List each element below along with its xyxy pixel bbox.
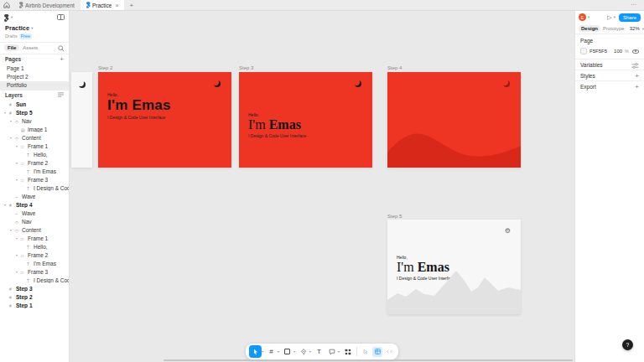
layer-row[interactable]: T Hello,: [0, 151, 69, 159]
subtitle-text: I Design & Code User Interface: [248, 133, 306, 138]
visibility-eye-icon[interactable]: [632, 49, 639, 54]
page-opacity-value[interactable]: 100: [614, 49, 622, 54]
subframe-icon: □: [21, 178, 28, 183]
home-icon[interactable]: [0, 0, 13, 10]
grid-toggle-icon[interactable]: [372, 347, 382, 357]
layer-row[interactable]: # Step 2: [0, 293, 69, 302]
page-list-item[interactable]: Page 1: [0, 65, 69, 73]
layer-row[interactable]: T I'm Emas: [0, 260, 69, 268]
zoom-level[interactable]: 32%: [630, 26, 640, 31]
layer-row[interactable]: ~ Wave: [0, 209, 69, 218]
move-tool[interactable]: [249, 345, 262, 358]
layer-row[interactable]: ▾ □ Frame 3: [0, 268, 69, 277]
layer-row[interactable]: ▾ # Step 4: [0, 201, 69, 209]
frame-step-1-partial[interactable]: [71, 72, 92, 168]
chevron-down-icon[interactable]: ▾: [262, 349, 263, 354]
actions-tool[interactable]: [341, 345, 354, 358]
layer-row[interactable]: ▾ ◇ Content: [0, 226, 69, 235]
layer-row[interactable]: ▾ ◇ Content: [0, 134, 69, 142]
share-button[interactable]: Share: [619, 13, 641, 22]
chevron-down-icon[interactable]: ▾: [588, 15, 589, 19]
page-color-swatch[interactable]: [580, 48, 587, 54]
tab-airbnb-development[interactable]: Airbnb Development: [13, 0, 80, 10]
frame-step-2[interactable]: Hello, I'm Emas I Design & Code User Int…: [98, 72, 231, 168]
add-page-button[interactable]: +: [60, 55, 64, 63]
text-tool[interactable]: T: [313, 345, 325, 358]
layer-row[interactable]: T I Design & Code User Interface: [0, 184, 69, 193]
chevron-down-icon[interactable]: ▾: [338, 349, 340, 354]
frame-label[interactable]: Step 2: [98, 65, 112, 70]
layer-row[interactable]: ▾ # Step 5: [0, 109, 69, 117]
comment-tool[interactable]: [325, 345, 338, 358]
layer-row[interactable]: ▾ □ Frame 2: [0, 159, 69, 168]
layers-list: # Sun ▾ # Step 5 ▾ ◇ Nav ▤ Image 1 ▾ ◇: [0, 101, 69, 362]
chevron-down-icon[interactable]: ▾: [11, 15, 13, 19]
pages-header: Pages: [5, 56, 21, 62]
page-color-hex[interactable]: F5F5F5: [589, 49, 607, 54]
frame-label[interactable]: Step 4: [387, 65, 402, 70]
subtitle-text: I Design & Code User Interface: [107, 115, 171, 120]
tab-practice[interactable]: Practice ×: [80, 0, 125, 10]
pointer-toggle-icon[interactable]: [361, 347, 371, 357]
help-button[interactable]: ?: [622, 339, 633, 350]
dev-toggle-icon[interactable]: [384, 347, 394, 357]
subframe-icon: □: [21, 236, 28, 241]
page-list-item[interactable]: Portfolio: [0, 81, 69, 90]
text-icon: T: [27, 278, 34, 283]
tab-assets[interactable]: Assets: [23, 45, 38, 50]
tab-prototype[interactable]: Prototype: [603, 26, 625, 31]
toggle-panel-icon[interactable]: [57, 14, 65, 20]
frame-tool[interactable]: #: [265, 345, 278, 358]
frame-step-5[interactable]: ⚙ Hello, I'm Emas I Design & Code User I…: [387, 220, 521, 314]
layer-row[interactable]: T I Design & Code User Interface: [0, 277, 69, 285]
layer-row[interactable]: ▾ □ Frame 1: [0, 235, 69, 243]
chevron-down-icon[interactable]: ▾: [614, 15, 615, 19]
shape-tool[interactable]: [281, 345, 293, 358]
layer-row[interactable]: T I'm Emas: [0, 168, 69, 176]
tab-design[interactable]: Design: [579, 25, 600, 32]
layer-row[interactable]: ▾ □ Frame 1: [0, 142, 69, 151]
avatar[interactable]: E: [579, 13, 586, 21]
mountain-shape: [387, 268, 521, 314]
layers-options-icon[interactable]: [58, 92, 64, 98]
present-play-icon[interactable]: ▷: [607, 14, 611, 21]
more-menu-icon[interactable]: ⋯: [624, 0, 644, 10]
frame-icon: #: [9, 102, 16, 107]
layer-row[interactable]: ▤ Image 1: [0, 126, 69, 134]
frame-step-4[interactable]: [387, 72, 521, 168]
layer-row[interactable]: ▾ □ Frame 3: [0, 176, 69, 184]
new-tab-button[interactable]: +: [124, 0, 138, 10]
horizontal-scrollbar[interactable]: [164, 359, 573, 362]
frame-label[interactable]: Step 5: [387, 214, 402, 219]
add-export-button[interactable]: +: [635, 83, 639, 90]
chevron-down-icon[interactable]: ▾: [278, 349, 279, 354]
export-section[interactable]: Export +: [575, 80, 644, 91]
pen-tool[interactable]: [297, 345, 309, 358]
chevron-down-icon[interactable]: ▾: [309, 349, 311, 354]
layer-row[interactable]: ▾ □ Frame 2: [0, 251, 69, 260]
tab-file[interactable]: File: [4, 44, 19, 51]
add-style-button[interactable]: +: [635, 72, 639, 80]
close-tab-icon[interactable]: ×: [115, 3, 118, 8]
layer-row[interactable]: # Step 3: [0, 285, 69, 293]
layer-name: Hello,: [34, 152, 48, 158]
chevron-down-icon[interactable]: ▾: [31, 26, 33, 30]
image-icon: ▤: [21, 127, 28, 132]
layer-row[interactable]: # Sun: [0, 101, 69, 109]
layer-row[interactable]: ~ Wave: [0, 193, 69, 201]
page-list-item[interactable]: Project 2: [0, 73, 69, 81]
page-opacity-unit: %: [625, 49, 629, 54]
layer-row[interactable]: ▾ ◇ Nav: [0, 117, 69, 126]
layer-row[interactable]: T Hello,: [0, 243, 69, 251]
variables-section[interactable]: Variables: [575, 59, 644, 70]
project-title[interactable]: Practice: [5, 24, 29, 32]
styles-section[interactable]: Styles +: [575, 70, 644, 80]
chevron-down-icon[interactable]: ▾: [293, 349, 295, 354]
canvas[interactable]: Step 2 Hello, I'm Emas I Design & Code U…: [70, 11, 574, 362]
layer-row[interactable]: ◇ Nav: [0, 218, 69, 226]
layer-row[interactable]: # Step 1: [0, 302, 69, 310]
group-icon: ◇: [15, 228, 22, 233]
frame-step-3[interactable]: Hello, I'm Emas I Design & Code User Int…: [239, 72, 372, 168]
layer-name: Frame 3: [28, 269, 48, 275]
frame-label[interactable]: Step 3: [239, 65, 253, 70]
